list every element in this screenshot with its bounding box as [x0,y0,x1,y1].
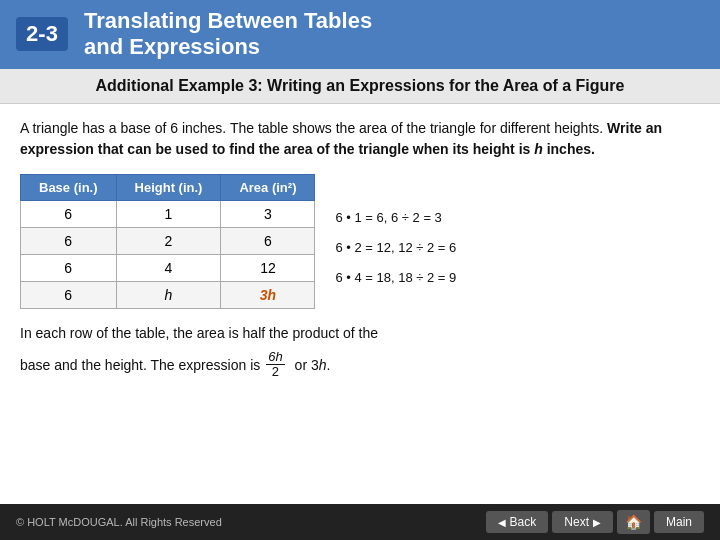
cell-area-3: 12 [221,254,315,281]
footer-line1: In each row of the table, the area is ha… [20,323,700,344]
annotations: 6 • 1 = 6, 6 ÷ 2 = 3 6 • 2 = 12, 12 ÷ 2 … [335,174,456,294]
expression-line: base and the height. The expression is 6… [20,350,700,380]
cell-height-1: 1 [116,200,221,227]
main-content: A triangle has a base of 6 inches. The t… [0,104,720,396]
back-button[interactable]: ◀ Back [486,511,549,533]
cell-area-2: 6 [221,227,315,254]
table-area: Base (in.) Height (in.) Area (in²) 6 1 3… [20,174,700,309]
nav-buttons: ◀ Back Next ▶ 🏠 Main [486,510,704,534]
table-row: 6 h 3h [21,281,315,308]
table-row: 6 1 3 [21,200,315,227]
description-text1: A triangle has a base of 6 inches. The t… [20,120,607,136]
copyright-text: © HOLT McDOUGAL. All Rights Reserved [16,516,222,528]
cell-area-1: 3 [221,200,315,227]
back-label: Back [510,515,537,529]
annotation-3: 6 • 4 = 18, 18 ÷ 2 = 9 [335,264,456,294]
footer-line2-suffix: or 3h. [291,357,331,373]
section-badge: 2-3 [16,17,68,51]
cell-base-2: 6 [21,227,117,254]
annotation-2: 6 • 2 = 12, 12 ÷ 2 = 6 [335,234,456,264]
cell-area-4: 3h [221,281,315,308]
fraction-numerator: 6h [266,350,284,365]
description: A triangle has a base of 6 inches. The t… [20,118,700,160]
next-label: Next [564,515,589,529]
fraction-denominator: 2 [270,365,281,379]
annotation-1: 6 • 1 = 6, 6 ÷ 2 = 3 [335,204,456,234]
header: 2-3 Translating Between Tables and Expre… [0,0,720,69]
lesson-icon: 🏠 [625,514,642,530]
col-header-height: Height (in.) [116,174,221,200]
footer-line2-prefix: base and the height. The expression is [20,357,260,373]
bottom-bar: © HOLT McDOUGAL. All Rights Reserved ◀ B… [0,504,720,540]
main-button[interactable]: Main [654,511,704,533]
next-arrow-icon: ▶ [593,517,601,528]
cell-base-4: 6 [21,281,117,308]
subtitle-text: Additional Example 3: Writing an Express… [96,77,625,94]
table-row: 6 2 6 [21,227,315,254]
cell-base-1: 6 [21,200,117,227]
col-header-base: Base (in.) [21,174,117,200]
lesson-button[interactable]: 🏠 [617,510,650,534]
header-title-line2: and Expressions [84,34,372,60]
main-label: Main [666,515,692,529]
col-header-area: Area (in²) [221,174,315,200]
next-button[interactable]: Next ▶ [552,511,613,533]
subtitle-bar: Additional Example 3: Writing an Express… [0,69,720,104]
description-italic: h [534,141,543,157]
cell-height-2: 2 [116,227,221,254]
header-title-line1: Translating Between Tables [84,8,372,34]
cell-base-3: 6 [21,254,117,281]
cell-height-3: 4 [116,254,221,281]
cell-height-4: h [116,281,221,308]
back-arrow-icon: ◀ [498,517,506,528]
data-table: Base (in.) Height (in.) Area (in²) 6 1 3… [20,174,315,309]
header-title: Translating Between Tables and Expressio… [84,8,372,61]
fraction: 6h 2 [266,350,284,380]
table-row: 6 4 12 [21,254,315,281]
